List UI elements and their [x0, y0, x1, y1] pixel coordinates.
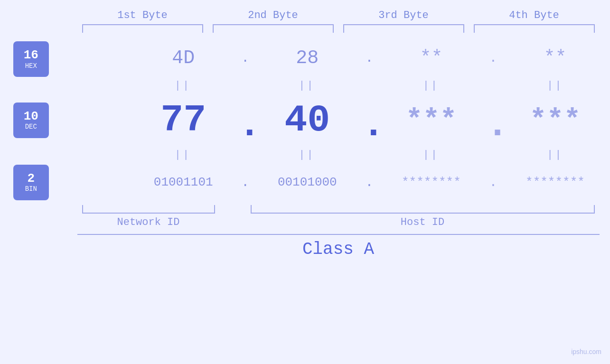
bin-dot1: .: [238, 175, 253, 190]
hex-row: 16 HEX 4D . 28 . ** . **: [0, 41, 610, 77]
equals-symbols-1: || || || ||: [128, 77, 610, 94]
bracket-byte3: [343, 24, 464, 33]
bracket-network: [82, 205, 215, 214]
hex-dot1: .: [238, 51, 253, 65]
byte4-header: 4th Byte: [469, 9, 600, 21]
bin-b2: 00101000: [253, 175, 362, 189]
bracket-byte1: [82, 24, 203, 33]
eq2-b2: ||: [252, 149, 362, 161]
eq1-b4: ||: [500, 80, 610, 92]
hex-b2: 28: [253, 47, 362, 69]
eq2-b3: ||: [376, 149, 486, 161]
bin-values-row: 01001101 . 00101000 . ******** . *******…: [129, 163, 610, 201]
hex-values-row: 4D . 28 . ** . **: [129, 41, 610, 75]
hex-badge-label: HEX: [25, 62, 37, 70]
bin-badge-label: BIN: [25, 185, 37, 193]
bin-badge-col: 2 BIN: [0, 163, 62, 201]
bin-b3: ********: [376, 175, 486, 189]
equals-row-1: || || || ||: [0, 77, 610, 94]
class-label: Class A: [77, 240, 600, 259]
eq1-b1: ||: [128, 80, 237, 92]
hex-dot2: .: [362, 51, 376, 65]
bin-badge-number: 2: [28, 172, 35, 186]
bin-b1: 01001101: [129, 175, 238, 189]
bin-row: 2 BIN 01001101 . 00101000 . ******** . *…: [0, 163, 610, 201]
dec-b4: ***: [500, 104, 610, 136]
id-labels-row: Network ID Host ID: [77, 216, 600, 228]
bottom-brackets-row: [77, 205, 600, 214]
dec-dot3: .: [486, 103, 500, 147]
dec-badge-col: 10 DEC: [0, 94, 62, 146]
equals-symbols-2: || || || ||: [128, 146, 610, 163]
bin-dot2: .: [362, 175, 376, 190]
network-id-label: Network ID: [82, 216, 215, 228]
top-brackets-row: [77, 24, 600, 33]
eq2-b1: ||: [128, 149, 237, 161]
bin-dot3: .: [486, 175, 500, 190]
equals-row-2: || || || ||: [0, 146, 610, 163]
hex-dot3: .: [486, 51, 500, 65]
dec-values-row: 77 . 40 . *** . ***: [129, 94, 610, 146]
byte-headers-row: 1st Byte 2nd Byte 3rd Byte 4th Byte: [77, 9, 600, 21]
bracket-byte4: [474, 24, 595, 33]
dec-badge-number: 10: [24, 110, 38, 123]
byte1-header: 1st Byte: [77, 9, 208, 21]
dec-row: 10 DEC 77 . 40 . *** . ***: [0, 94, 610, 146]
dec-b1: 77: [129, 99, 238, 142]
dec-b3: ***: [376, 104, 486, 136]
dec-badge: 10 DEC: [13, 103, 49, 138]
eq1-b3: ||: [376, 80, 486, 92]
bracket-host: [251, 205, 595, 214]
host-id-label: Host ID: [251, 216, 595, 228]
hex-badge: 16 HEX: [13, 41, 49, 77]
hex-b3: **: [376, 47, 486, 69]
class-section: Class A: [77, 234, 600, 259]
dec-b2: 40: [253, 99, 362, 142]
hex-badge-number: 16: [24, 48, 38, 62]
eq1-b2: ||: [252, 80, 362, 92]
bin-badge: 2 BIN: [13, 165, 49, 200]
hex-b1: 4D: [129, 47, 238, 69]
hex-b4: **: [500, 47, 610, 69]
class-line: [77, 234, 600, 235]
bracket-byte2: [213, 24, 334, 33]
bin-b4: ********: [500, 175, 610, 189]
hex-badge-col: 16 HEX: [0, 41, 62, 77]
main-container: 1st Byte 2nd Byte 3rd Byte 4th Byte 16 H…: [0, 0, 610, 364]
dec-dot1: .: [238, 103, 253, 147]
byte2-header: 2nd Byte: [208, 9, 338, 21]
eq2-b4: ||: [500, 149, 610, 161]
dec-badge-label: DEC: [25, 123, 37, 131]
byte3-header: 3rd Byte: [338, 9, 469, 21]
dec-dot2: .: [362, 103, 376, 147]
watermark: ipshu.com: [571, 348, 601, 355]
